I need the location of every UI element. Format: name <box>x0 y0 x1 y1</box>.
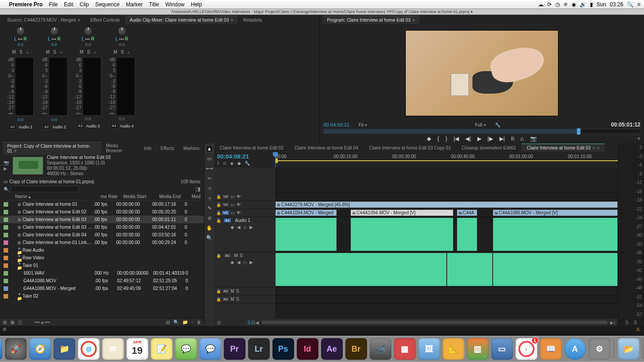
fx-badge[interactable]: fx <box>352 212 355 215</box>
new-item-icon[interactable]: ▫ <box>191 320 193 325</box>
mute-button[interactable]: M <box>234 253 238 258</box>
track-header-v3[interactable]: 🔒 V3 ▭👁 <box>214 193 275 201</box>
timeline-tab[interactable]: Closeup slowmotion Edit01 <box>456 144 522 152</box>
col-media-dur[interactable]: Med <box>192 194 200 199</box>
scroll-right-icon[interactable]: ▶| <box>610 320 615 325</box>
panel-menu-icon[interactable]: ≡ <box>14 149 17 154</box>
track-v2-toggle[interactable]: V2 <box>222 202 230 207</box>
label-swatch[interactable] <box>4 225 8 230</box>
warning-icon[interactable]: ⚠ <box>636 326 640 332</box>
project-row[interactable]: ⊞ Claire Interview at home Edit 03 Copy … <box>0 223 204 231</box>
pan-knob[interactable] <box>50 27 59 36</box>
tool-6[interactable]: ✎ <box>206 204 213 212</box>
extract-button[interactable]: ⎌ <box>521 136 524 142</box>
button-editor-icon[interactable]: + <box>637 136 640 142</box>
app-name[interactable]: Premiere Pro <box>9 1 43 8</box>
bluetooth-icon[interactable]: ⁜ <box>563 1 568 8</box>
dock-app-icon[interactable]: 📁 <box>54 338 75 360</box>
project-row[interactable]: ▭ C44A1086.MOV .00 fps 02:49:57:12 02:51… <box>0 277 204 285</box>
project-row[interactable]: ▸📁 Raw Audio <box>0 246 204 254</box>
project-row[interactable]: ⊞ Claire Interview at home Edit 04 .00 f… <box>0 231 204 239</box>
video-clip[interactable]: fxC44A <box>457 209 477 216</box>
label-swatch[interactable] <box>4 294 8 299</box>
label-swatch[interactable] <box>4 240 8 245</box>
mute-button[interactable]: M <box>231 289 234 294</box>
program-timecode-current[interactable]: 00:04:08:21 <box>323 122 349 127</box>
track-a4-toggle[interactable]: A4 <box>222 297 230 302</box>
track-output-icon[interactable]: ▭ <box>231 210 235 215</box>
dock-app-icon[interactable]: 🌐 <box>78 338 100 360</box>
track-header-v2[interactable]: 🔒 V2 ▭👁 <box>214 201 275 209</box>
mute-button[interactable]: M <box>80 50 83 54</box>
project-row[interactable]: ⊞ Claire Interview at home 01 .00 fps 00… <box>0 200 204 208</box>
col-name[interactable]: Name ▴ <box>15 194 101 199</box>
freeform-view-icon[interactable]: ◫ <box>18 320 22 325</box>
col-framerate[interactable]: me Rate <box>101 194 123 199</box>
label-swatch[interactable] <box>4 233 8 237</box>
dock-app-icon[interactable]: ▭ <box>491 338 513 360</box>
fader-value[interactable]: 0.0 <box>51 118 57 122</box>
go-to-out-button[interactable]: ▶| <box>499 136 505 142</box>
tab-effect-controls[interactable]: Effect Controls <box>86 16 124 24</box>
timeline-timecode[interactable]: 00:04:08:21 <box>217 153 272 160</box>
timeline-tracks-area[interactable]: fxC44A2279.MOV - Merged [45.8%] fxC44A10… <box>275 167 618 319</box>
pan-knob[interactable] <box>118 27 127 36</box>
dock-app-icon[interactable]: 📂 <box>618 338 639 360</box>
program-preview[interactable] <box>320 25 644 122</box>
track-a3-toggle[interactable]: A3 <box>222 289 230 294</box>
go-to-in-button[interactable]: |◀ <box>454 136 459 142</box>
tool-2[interactable]: ⟷ <box>206 165 213 172</box>
video-clip[interactable]: fxC44A1094.MOV - Merged [V <box>275 209 337 216</box>
audio-clip[interactable] <box>493 253 618 286</box>
mute-button[interactable]: M <box>231 297 234 302</box>
tab-markers[interactable]: Markers <box>179 145 204 152</box>
mute-button[interactable]: M <box>113 50 117 54</box>
keyframe-button[interactable]: ⬦ <box>60 50 63 54</box>
audio-clip[interactable] <box>447 253 493 286</box>
eye-icon[interactable]: 👁 <box>236 210 241 215</box>
keyframe-add-icon[interactable]: ◀ <box>237 225 240 230</box>
tool-5[interactable]: ⊹ <box>206 195 213 202</box>
tab-info[interactable]: Info <box>140 145 156 152</box>
tab-audio-clip-mixer[interactable]: Audio Clip Mixer: Claire Interview at ho… <box>125 16 238 24</box>
icon-view-icon[interactable]: ▦ <box>10 320 14 325</box>
scroll-left-icon[interactable]: |◀ <box>254 320 259 325</box>
solo-left[interactable]: S <box>626 320 629 325</box>
add-marker-button[interactable]: ◆ <box>427 136 431 142</box>
project-row[interactable]: ⊞ Claire Interview at home Edit 03 .00 f… <box>0 216 204 223</box>
dock-app-icon[interactable]: ⚙ <box>589 338 610 360</box>
tab-source[interactable]: Source: C44A2279.MOV - Merged≡ <box>3 16 85 24</box>
project-row[interactable]: ▾📁 Take 01 <box>0 262 204 269</box>
linked-selection-icon[interactable]: ⊂ <box>223 161 227 166</box>
label-swatch[interactable] <box>4 217 8 222</box>
snap-icon[interactable]: ⌇ <box>217 161 219 166</box>
play-icon[interactable]: ▶ <box>4 166 9 171</box>
play-button[interactable]: ▶ <box>477 136 481 142</box>
label-swatch[interactable] <box>4 263 8 268</box>
sequence-thumbnail[interactable] <box>13 157 43 175</box>
step-back-button[interactable]: ◀| <box>465 136 471 142</box>
status-indicator-icon[interactable]: ◍ <box>3 326 7 331</box>
label-swatch[interactable] <box>4 248 8 253</box>
panel-menu-icon[interactable]: ≡ <box>597 145 599 150</box>
lock-icon[interactable]: 🔒 <box>216 297 222 302</box>
audio-clip[interactable] <box>457 217 477 251</box>
menu-sequence[interactable]: Sequence <box>95 1 119 8</box>
audio-clip[interactable] <box>275 253 447 286</box>
col-media-start[interactable]: Media Start <box>123 194 159 199</box>
tool-7[interactable]: ⊘ <box>206 214 213 222</box>
new-bin-icon[interactable]: 📁 <box>182 320 188 325</box>
keyframe-next-icon[interactable]: ▶ <box>249 225 253 230</box>
camera-icon[interactable]: 📷 <box>4 160 9 165</box>
solo-button[interactable]: S <box>121 50 124 54</box>
keyframe-prev-icon[interactable]: ◆ <box>231 260 234 265</box>
program-timecode-duration[interactable]: 00:05:01:12 <box>611 122 640 128</box>
menu-file[interactable]: File <box>49 1 58 8</box>
horizontal-scrollbar[interactable] <box>262 321 608 324</box>
pan-value[interactable]: 0.0 <box>85 42 91 47</box>
dock-app-icon[interactable]: Pr <box>224 338 245 360</box>
track-a2-toggle[interactable]: A2 <box>223 253 231 258</box>
dock-app-icon[interactable]: 📝 <box>151 338 172 360</box>
dock-app-icon[interactable]: ▦ <box>394 338 416 360</box>
dock-app-icon[interactable]: ♪1 <box>516 338 537 360</box>
